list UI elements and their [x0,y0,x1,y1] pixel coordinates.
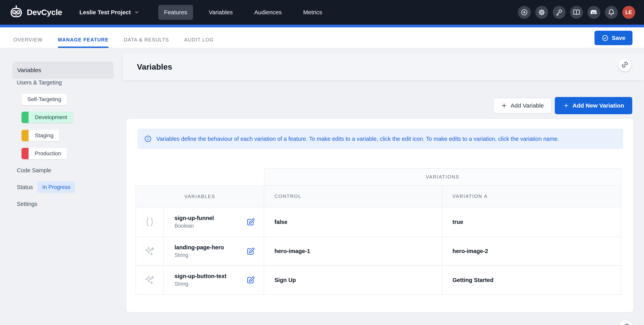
discord-button[interactable] [588,6,600,19]
feature-sidebar: Variables Users & Targeting Self-Targeti… [0,48,122,325]
variable-type-string-icon [136,266,164,295]
add-circle-icon [520,8,528,16]
copy-link-button[interactable] [618,58,632,71]
nav-item-variables[interactable]: Variables [203,5,239,20]
control-value: Sign Up [264,266,442,295]
edit-variable-button[interactable] [246,276,255,285]
variable-type-boolean-icon [136,207,164,237]
edit-variable-button[interactable] [246,247,255,256]
feature-tab-bar: OVERVIEW MANAGE FEATURE DATA & RESULTS A… [0,27,644,48]
variables-card: Variables define the behaviour of each v… [126,119,633,312]
discord-icon [590,8,598,16]
table-corner-spacer [136,168,264,186]
variable-type: String [174,252,224,258]
main-content: Variables Add Variable Add New Variation [122,48,644,325]
tab-overview[interactable]: OVERVIEW [14,32,43,48]
sidebar-item-self-targeting[interactable]: Self-Targeting [22,94,67,105]
plus-icon [501,102,507,109]
status-label[interactable]: Status [17,184,33,190]
table-row: sign-up-button-text String [164,266,264,295]
sidebar-item-env-staging[interactable]: Staging [22,130,59,141]
sidebar-item-users-targeting[interactable]: Users & Targeting [17,79,62,86]
devcycle-logo[interactable]: DevCycle [9,5,62,20]
variation-a-value: Getting Started [442,266,621,295]
progress-bar [0,25,644,27]
logo-wordmark: DevCycle [27,8,62,17]
link-icon [622,323,629,325]
notifications-button[interactable] [605,6,618,19]
sidebar-item-code-sample[interactable]: Code Sample [17,167,51,174]
settings-button[interactable] [535,6,548,19]
tab-audit-log[interactable]: AUDIT LOG [184,32,214,48]
variable-type-string-icon [136,237,164,266]
book-icon [573,8,580,16]
edit-pencil-icon [246,276,255,285]
info-banner-text: Variables define the behaviour of each v… [156,136,559,142]
variation-a-value: true [442,207,621,237]
column-header-control: CONTROL [264,186,442,207]
edit-pencil-icon [246,247,255,256]
top-nav: DevCycle Leslie Test Project Features Va… [0,0,644,25]
nav-actions: LE [518,6,635,19]
env-color-strip-staging [22,130,28,141]
docs-button[interactable] [570,6,583,19]
gear-icon [538,8,546,16]
project-name: Leslie Test Project [80,9,131,16]
save-button[interactable]: Save [594,31,632,45]
project-selector[interactable]: Leslie Test Project [80,9,140,16]
variables-table: VARIATIONS VARIABLES CONTROL VARIATION A… [136,168,621,295]
active-tab-underline [58,46,108,48]
sidebar-item-env-production[interactable]: Production [22,148,67,159]
sidebar-item-env-development[interactable]: Development [22,112,73,123]
add-new-variation-button[interactable]: Add New Variation [555,97,632,114]
info-banner: Variables define the behaviour of each v… [138,129,623,149]
link-icon [621,61,628,68]
variable-name[interactable]: landing-page-hero [174,244,224,251]
env-color-strip-production [22,148,28,159]
tab-data-results[interactable]: DATA & RESULTS [124,32,169,48]
tab-manage-feature[interactable]: MANAGE FEATURE [58,32,108,48]
nav-item-features[interactable]: Features [158,5,193,20]
devcycle-robot-icon [9,5,24,20]
env-color-strip-development [22,112,28,123]
plus-icon [563,102,569,109]
nav-item-metrics[interactable]: Metrics [297,5,328,20]
sidebar-item-variables[interactable]: Variables [12,62,114,79]
edit-variable-button[interactable] [246,217,255,226]
edit-pencil-icon [246,217,255,226]
column-header-variation-a: VARIATION A [442,186,621,207]
bell-icon [608,8,615,16]
check-circle-icon [602,34,609,42]
control-value: false [264,207,442,237]
add-circle-button[interactable] [518,6,531,19]
user-avatar[interactable]: LE [622,6,635,19]
page-title: Variables [137,62,172,72]
table-actions: Add Variable Add New Variation [493,97,632,114]
control-value: hero-image-1 [264,237,442,266]
sidebar-status-row: Status In Progress [17,181,75,193]
variable-type: String [174,281,226,287]
column-header-variables: VARIABLES [136,186,264,207]
variable-type: Boolean [174,223,214,229]
chevron-down-icon [134,9,140,15]
section-header: Variables [122,53,644,80]
sidebar-item-settings[interactable]: Settings [17,201,37,207]
table-row: sign-up-funnel Boolean [164,207,264,237]
column-group-variations: VARIATIONS [264,168,621,186]
api-keys-button[interactable] [553,6,566,19]
variable-name[interactable]: sign-up-button-text [174,273,226,280]
variable-name[interactable]: sign-up-funnel [174,215,214,221]
nav-item-audiences[interactable]: Audiences [248,5,288,20]
status-badge[interactable]: In Progress [38,181,75,193]
info-icon [144,135,152,143]
variation-a-value: hero-image-2 [442,237,621,266]
primary-nav: Features Variables Audiences Metrics [158,5,328,20]
key-icon [556,8,563,16]
add-variable-button[interactable]: Add Variable [493,98,552,113]
table-row: landing-page-hero String [164,237,264,266]
